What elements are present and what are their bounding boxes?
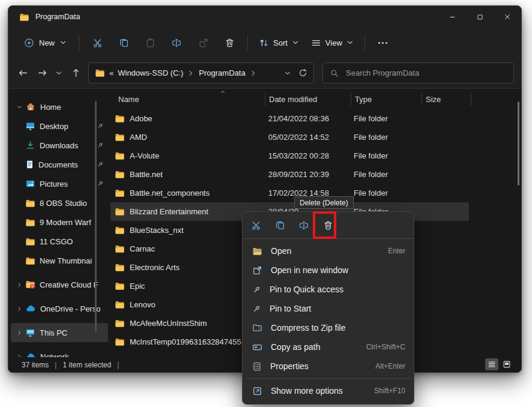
sidebar-item-onedrive-perso[interactable]: OneDrive - Perso (11, 299, 108, 318)
paste-icon (145, 38, 156, 48)
folder-icon (115, 133, 125, 142)
back-button[interactable] (13, 64, 32, 83)
sidebar-scrollbar[interactable] (95, 101, 97, 332)
folder-icon (25, 199, 35, 208)
file-row-adobe[interactable]: Adobe21/04/2022 08:36File folder (110, 109, 469, 128)
details-view-button[interactable] (485, 358, 498, 370)
file-name: Epic (130, 282, 145, 291)
file-date-cell: 05/02/2022 14:52 (264, 133, 349, 142)
sidebar-item-network[interactable]: Network (11, 347, 108, 357)
context-menu-item-compress-to-zip-file[interactable]: Compress to Zip file (245, 318, 411, 337)
trash-icon (225, 38, 235, 48)
context-menu-item-copy-as-path[interactable]: Copy as pathCtrl+Shift+C (245, 337, 411, 357)
minimize-button[interactable] (438, 6, 466, 28)
chevron-down-icon[interactable] (14, 104, 25, 110)
this-pc-icon (25, 328, 35, 337)
folder-icon (115, 188, 125, 197)
file-name: Carnac (130, 244, 155, 253)
context-rename-button[interactable] (292, 213, 316, 237)
sidebar-item-home[interactable]: Home (11, 97, 108, 116)
context-menu-item-open-in-new-window[interactable]: Open in new window (245, 261, 411, 280)
folder-icon (115, 151, 125, 160)
file-name-cell: Battle.net (110, 170, 264, 179)
plus-circle-icon (24, 38, 34, 48)
chevron-down-icon (59, 39, 67, 46)
sort-button[interactable]: Sort (253, 32, 305, 53)
file-row-a-volute[interactable]: A-Volute15/03/2022 00:28File folder (110, 146, 469, 165)
view-button[interactable]: View (305, 32, 360, 53)
folder-icon (115, 226, 125, 235)
sidebar-item-label: This PC (40, 328, 67, 337)
context-menu-item-label: Open (271, 246, 291, 256)
up-button[interactable] (66, 64, 85, 83)
large-icons-view-button[interactable] (500, 358, 513, 370)
context-cut-button[interactable] (244, 213, 268, 237)
recent-locations-button[interactable] (52, 64, 66, 83)
new-button[interactable]: New (17, 32, 74, 53)
sidebar-item-this-pc[interactable]: This PC (11, 323, 108, 342)
share-button[interactable] (190, 32, 216, 53)
context-menu-item-show-more-options[interactable]: Show more optionsShift+F10 (245, 381, 411, 400)
see-more-button[interactable] (370, 32, 396, 53)
chevron-right-icon[interactable] (14, 330, 25, 336)
file-row-battle-net[interactable]: Battle.net28/09/2021 20:39File folder (110, 165, 469, 184)
chevron-right-icon[interactable] (14, 282, 25, 288)
sidebar-item-documents[interactable]: Documents (11, 155, 108, 174)
breadcrumb-item-windows-ssd-c[interactable]: Windows-SSD (C:) (118, 68, 183, 77)
column-separator (351, 92, 351, 106)
sidebar-item-11-csgo[interactable]: 11 CSGO (11, 232, 108, 251)
address-dropdown-icon[interactable] (284, 70, 291, 77)
delete-tooltip: Delete (Delete) (294, 196, 354, 209)
status-divider: | (117, 361, 119, 369)
paste-button[interactable] (137, 32, 163, 53)
column-header-size[interactable]: Size (422, 95, 471, 104)
rename-button[interactable] (163, 32, 190, 53)
context-copy-button[interactable] (268, 213, 292, 237)
folder-icon (25, 218, 35, 227)
sidebar-item-label: Desktop (40, 122, 68, 131)
context-menu-item-pin-to-quick-access[interactable]: Pin to Quick access (245, 280, 411, 299)
forward-button[interactable] (32, 64, 52, 83)
context-menu-item-properties[interactable]: PropertiesAlt+Enter (245, 357, 411, 376)
network-icon (25, 352, 36, 357)
cut-icon (251, 220, 261, 231)
address-bar[interactable]: « Windows-SSD (C:)ProgramData (88, 62, 314, 83)
file-name-cell: AMD (110, 133, 264, 142)
chevron-down-icon (346, 39, 354, 46)
search-box[interactable] (322, 62, 514, 83)
cut-button[interactable] (84, 32, 110, 53)
search-input[interactable] (345, 68, 506, 78)
refresh-icon[interactable] (298, 68, 307, 77)
file-row-amd[interactable]: AMD05/02/2022 14:52File folder (110, 128, 469, 146)
sidebar-item-label: 11 CSGO (40, 237, 73, 246)
chevron-right-icon[interactable] (14, 306, 25, 312)
sidebar-item-desktop[interactable]: Desktop (11, 116, 108, 136)
maximize-button[interactable] (466, 6, 494, 28)
column-header-type[interactable]: Type (351, 95, 422, 104)
context-menu-item-pin-to-start[interactable]: Pin to Start (245, 299, 411, 318)
sidebar-item-creative-cloud-f[interactable]: Creative Cloud F (11, 275, 108, 294)
list-scrollbar[interactable] (518, 101, 519, 185)
context-menu-item-open[interactable]: OpenEnter (245, 241, 411, 261)
folder-icon (25, 237, 35, 246)
column-header-date-modified[interactable]: Date modified (265, 95, 351, 104)
sidebar-item-label: Home (40, 103, 61, 112)
sidebar-item-8-obs-studio[interactable]: 8 OBS Studio (11, 193, 108, 213)
file-name-cell: Epic (110, 282, 264, 291)
file-row-battle-net-components[interactable]: Battle.net_components17/02/2022 14:58Fil… (110, 184, 469, 202)
breadcrumb-item-programdata[interactable]: ProgramData (199, 68, 245, 77)
sidebar-item-9-modern-warf[interactable]: 9 Modern Warf (11, 213, 108, 232)
sidebar-item-pictures[interactable]: Pictures (11, 174, 108, 193)
delete-button[interactable] (216, 32, 243, 53)
sidebar-item-downloads[interactable]: Downloads (11, 136, 108, 155)
view-button-label: View (325, 38, 342, 47)
close-icon (504, 13, 511, 20)
sidebar-item-new-thumbnai[interactable]: New Thumbnai (11, 251, 108, 270)
onedrive-icon (25, 304, 36, 313)
forward-arrow-icon (37, 68, 47, 78)
close-button[interactable] (494, 6, 521, 28)
breadcrumb-overflow-icon[interactable]: « (109, 68, 113, 77)
copy-button[interactable] (110, 32, 137, 53)
column-header-name[interactable]: Name (110, 95, 265, 104)
rename-icon (298, 220, 309, 231)
